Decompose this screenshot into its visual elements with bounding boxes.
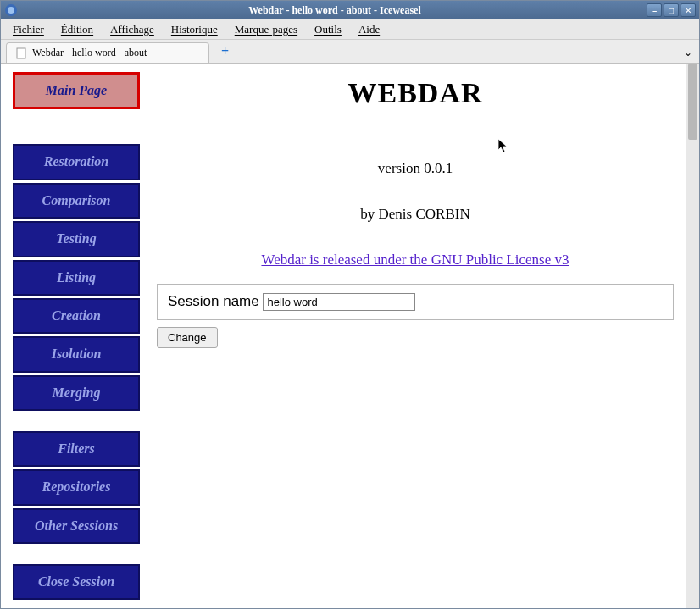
version-text: version 0.0.1 <box>157 160 674 177</box>
license-link[interactable]: Webdar is released under the GNU Public … <box>261 252 569 269</box>
browser-menubar: Fichier Édition Affichage Historique Mar… <box>1 19 699 40</box>
nav-testing[interactable]: Testing <box>13 221 140 257</box>
spacer <box>13 413 140 429</box>
nav-filters[interactable]: Filters <box>13 431 140 467</box>
nav-close-session[interactable]: Close Session <box>13 564 140 600</box>
maximize-button[interactable]: □ <box>664 3 679 17</box>
menu-marquepages[interactable]: Marque-pages <box>228 21 304 38</box>
sidebar: Main Page Restoration Comparison Testing… <box>13 72 140 600</box>
author-text: by Denis CORBIN <box>157 206 674 223</box>
nav-isolation[interactable]: Isolation <box>13 336 140 372</box>
nav-other-sessions[interactable]: Other Sessions <box>13 508 140 544</box>
scroll-thumb[interactable] <box>688 64 697 140</box>
app-icon <box>4 3 18 17</box>
nav-repositories[interactable]: Repositories <box>13 469 140 505</box>
tabs-dropdown-icon[interactable]: ⌄ <box>684 47 692 63</box>
page-icon <box>15 47 27 59</box>
nav-main-page[interactable]: Main Page <box>13 72 140 109</box>
nav-comparison[interactable]: Comparison <box>13 183 140 219</box>
session-box: Session name <box>157 284 674 320</box>
menu-fichier[interactable]: Fichier <box>6 21 51 38</box>
menu-aide[interactable]: Aide <box>352 21 386 38</box>
main-content: WEBDAR version 0.0.1 by Denis CORBIN Web… <box>140 72 682 600</box>
minimize-button[interactable]: ‒ <box>647 3 662 17</box>
svg-point-1 <box>8 7 14 14</box>
menu-outils[interactable]: Outils <box>308 21 348 38</box>
window-titlebar: Webdar - hello word - about - Iceweasel … <box>1 1 699 19</box>
svg-rect-2 <box>17 48 25 58</box>
close-button[interactable]: ✕ <box>681 3 696 17</box>
nav-listing[interactable]: Listing <box>13 260 140 296</box>
window-title: Webdar - hello word - about - Iceweasel <box>23 4 647 17</box>
session-label: Session name <box>168 293 259 309</box>
change-button[interactable]: Change <box>157 327 218 348</box>
browser-tab[interactable]: Webdar - hello word - about <box>6 42 209 63</box>
tab-bar: Webdar - hello word - about + ⌄ <box>1 40 699 64</box>
vertical-scrollbar[interactable] <box>686 64 699 608</box>
content-area: Main Page Restoration Comparison Testing… <box>1 64 699 608</box>
nav-creation[interactable]: Creation <box>13 298 140 334</box>
spacer <box>13 546 140 562</box>
browser-window: Webdar - hello word - about - Iceweasel … <box>0 0 700 609</box>
nav-restoration[interactable]: Restoration <box>13 144 140 180</box>
nav-merging[interactable]: Merging <box>13 375 140 411</box>
tab-label: Webdar - hello word - about <box>32 47 147 59</box>
page-title: WEBDAR <box>157 77 674 109</box>
menu-historique[interactable]: Historique <box>164 21 225 38</box>
menu-edition[interactable]: Édition <box>54 21 100 38</box>
page: Main Page Restoration Comparison Testing… <box>1 64 686 608</box>
new-tab-button[interactable]: + <box>216 44 234 63</box>
session-name-input[interactable] <box>263 293 415 311</box>
menu-affichage[interactable]: Affichage <box>103 21 161 38</box>
